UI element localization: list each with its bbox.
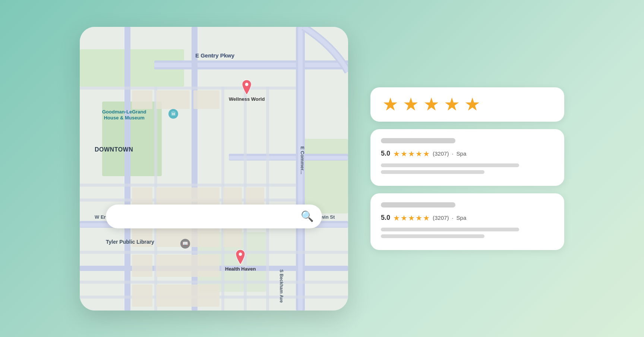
svg-rect-19 xyxy=(80,251,348,254)
svg-rect-16 xyxy=(80,87,296,90)
svg-rect-36 xyxy=(132,255,152,277)
review-title-bar-2 xyxy=(381,202,455,207)
review-stars-1: ★ ★ ★ ★ ★ xyxy=(393,149,430,158)
svg-rect-39 xyxy=(156,284,220,307)
svg-rect-12 xyxy=(124,27,130,311)
svg-rect-26 xyxy=(132,90,152,109)
svg-rect-28 xyxy=(193,90,220,109)
map-card: E Gentry Pkwy E Gentry Pkwy DOWNTOWN Tyl… xyxy=(80,27,348,311)
search-bar[interactable]: 🔍 xyxy=(106,205,322,228)
right-panel: ★ ★ ★ ★ ★ 5.0 ★ ★ ★ ★ ★ (3207) · Spa xyxy=(370,87,564,250)
review-type-1: Spa xyxy=(457,150,467,157)
review-line-1a xyxy=(381,163,519,167)
search-icon: 🔍 xyxy=(301,210,314,222)
star-1: ★ xyxy=(382,96,398,113)
review-line-2b xyxy=(381,234,484,238)
svg-rect-37 xyxy=(156,255,220,277)
svg-rect-25 xyxy=(266,87,269,311)
library-icon: 📖 xyxy=(180,239,190,249)
svg-rect-20 xyxy=(80,281,348,284)
svg-rect-38 xyxy=(132,284,152,307)
star-4: ★ xyxy=(444,96,460,113)
svg-rect-17 xyxy=(80,184,296,187)
star-5: ★ xyxy=(464,96,480,113)
review-count-1: (3207) xyxy=(433,150,449,157)
review-score-1: 5.0 xyxy=(381,150,390,157)
review-separator-1: · xyxy=(452,150,453,157)
review-type-2: Spa xyxy=(457,215,467,221)
star-3: ★ xyxy=(423,96,439,113)
review-meta-2: 5.0 ★ ★ ★ ★ ★ (3207) · Spa xyxy=(381,213,554,222)
review-line-1b xyxy=(381,170,484,174)
review-line-2a xyxy=(381,228,519,231)
review-card-2: 5.0 ★ ★ ★ ★ ★ (3207) · Spa xyxy=(370,193,564,250)
svg-rect-1 xyxy=(102,102,162,176)
review-meta-1: 5.0 ★ ★ ★ ★ ★ (3207) · Spa xyxy=(381,149,554,158)
map-svg xyxy=(80,27,348,311)
svg-rect-6 xyxy=(154,63,348,67)
review-title-bar-1 xyxy=(381,138,455,143)
museum-icon: 🏛 xyxy=(168,109,178,119)
review-card-1: 5.0 ★ ★ ★ ★ ★ (3207) · Spa xyxy=(370,129,564,186)
star-2: ★ xyxy=(403,96,419,113)
review-separator-2: · xyxy=(452,215,453,221)
stars-card: ★ ★ ★ ★ ★ xyxy=(370,87,564,122)
map-background: E Gentry Pkwy E Gentry Pkwy DOWNTOWN Tyl… xyxy=(80,27,348,311)
review-score-2: 5.0 xyxy=(381,214,390,222)
review-count-2: (3207) xyxy=(433,215,449,221)
review-stars-2: ★ ★ ★ ★ ★ xyxy=(393,213,430,222)
scene: E Gentry Pkwy E Gentry Pkwy DOWNTOWN Tyl… xyxy=(80,27,564,311)
svg-rect-15 xyxy=(298,27,303,311)
svg-rect-27 xyxy=(156,90,190,109)
